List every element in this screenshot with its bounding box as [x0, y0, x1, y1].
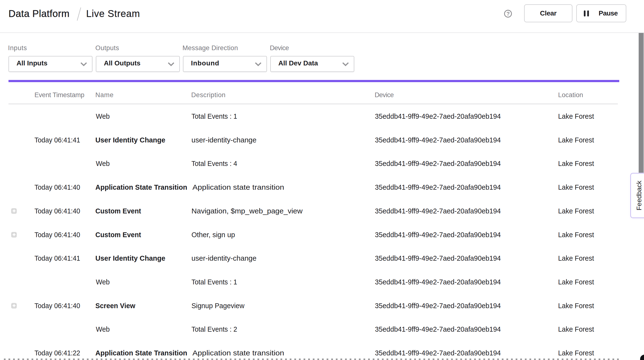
svg-text:?: ?: [506, 11, 510, 17]
